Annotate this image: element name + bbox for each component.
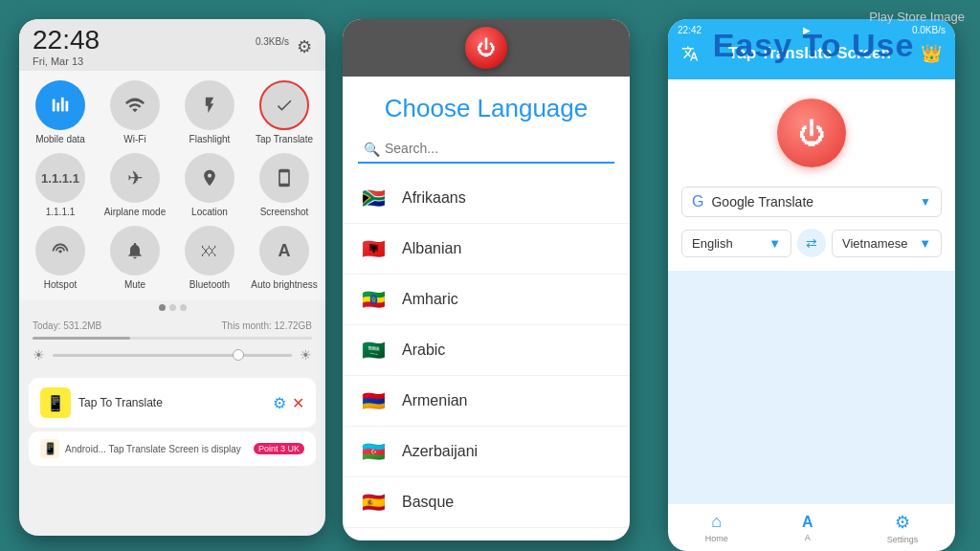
tile-tap-translate[interactable]: Tap Translate [251, 80, 318, 145]
mobile-data-icon [35, 80, 85, 130]
phone2-top: ⏻ [343, 19, 630, 77]
tile-bluetooth[interactable]: ⯵ Bluetooth [176, 226, 243, 291]
brightness-low-icon: ☀ [33, 347, 45, 363]
airplane-icon: ✈ [110, 153, 160, 203]
source-lang-arrow: ▼ [768, 236, 781, 251]
svg-rect-3 [66, 100, 69, 111]
target-lang-selector[interactable]: Vietnamese ▼ [832, 230, 942, 257]
language-search-input[interactable] [358, 135, 614, 164]
source-lang-label: English [692, 236, 733, 251]
dot-inactive1 [169, 304, 176, 311]
dot-inactive2 [180, 304, 187, 311]
home-label: Home [705, 534, 728, 543]
tile-1111-label: 1.1.1.1 [46, 207, 76, 218]
tile-1111[interactable]: 1.1.1.1 1.1.1.1 [27, 153, 94, 218]
power-button-red[interactable]: ⏻ [465, 27, 507, 69]
bottom-notif-icon: 📱 [40, 439, 59, 458]
tile-screenshot[interactable]: Screenshot [251, 153, 318, 218]
language-list: 🇿🇦 Afrikaans 🇦🇱 Albanian 🇪🇹 Amharic 🇸🇦 A… [343, 173, 630, 540]
gear-icon[interactable]: ⚙ [297, 36, 312, 57]
svg-rect-2 [61, 98, 64, 112]
hotspot-icon [35, 226, 85, 276]
notif-actions: ⚙ ✕ [273, 394, 304, 412]
phone1-date: Fri, Mar 13 [33, 55, 100, 67]
tile-location-label: Location [191, 207, 228, 218]
flashlight-icon [185, 80, 234, 130]
lang-amharic: Amharic [402, 291, 458, 308]
settings-icon: ⚙ [895, 512, 910, 533]
list-item[interactable]: 🇦🇱 Albanian [343, 224, 630, 275]
notif-gear-icon[interactable]: ⚙ [273, 394, 286, 412]
flag-arabic: 🇸🇦 [358, 335, 389, 365]
flag-amharic: 🇪🇹 [358, 284, 389, 315]
flag-azerbaijani: 🇦🇿 [358, 436, 389, 467]
list-item[interactable]: 🇧🇾 Belarusian [343, 528, 630, 540]
tile-screenshot-label: Screenshot [260, 207, 309, 218]
phone3-body: ⏻ G Google Translate ▼ English ▼ ⇄ Vietn… [668, 79, 955, 271]
tile-hotspot[interactable]: Hotspot [27, 226, 94, 291]
mute-icon [110, 226, 160, 276]
svg-rect-0 [53, 99, 56, 112]
lang-arabic: Arabic [402, 342, 445, 359]
tile-auto-brightness[interactable]: A Auto brightness [251, 226, 318, 291]
easy-to-use-label: Easy To Use [713, 27, 915, 63]
lang-afrikaans: Afrikaans [402, 189, 466, 207]
bottom-notification[interactable]: 📱 Android... Tap Translate Screen is dis… [29, 431, 316, 466]
list-item[interactable]: 🇪🇹 Amharic [343, 275, 630, 325]
phone3-screen: 22:42 ▶ 0.0KB/s Tap Translate Screen 👑 ⏻… [668, 19, 955, 540]
tile-wifi-label: Wi-Fi [123, 134, 145, 145]
lang-basque: Basque [402, 494, 454, 511]
phone1-screen: 22:48 Fri, Mar 13 0.3KB/s ⚙ Mobile data … [19, 19, 325, 536]
list-item[interactable]: 🇪🇸 Basque [343, 477, 630, 528]
tile-mute-label: Mute [124, 279, 145, 291]
notif-close-icon[interactable]: ✕ [292, 394, 304, 412]
location-icon [185, 153, 234, 203]
bottom-notif-text: Android... Tap Translate Screen is displ… [65, 444, 241, 454]
settings-label: Settings [887, 535, 919, 544]
wifi-icon [110, 80, 160, 130]
tile-mobile-data[interactable]: Mobile data [27, 80, 94, 145]
list-item[interactable]: 🇸🇦 Arabic [343, 325, 630, 376]
bluetooth-icon: ⯵ [185, 226, 234, 276]
power-button-wrap: ⏻ [681, 99, 942, 167]
nav-settings[interactable]: ⚙ Settings [887, 512, 919, 544]
phone1-time: 22:48 [33, 27, 100, 54]
target-lang-arrow: ▼ [919, 236, 931, 251]
list-item[interactable]: 🇿🇦 Afrikaans [343, 173, 630, 224]
list-item[interactable]: 🇦🇲 Armenian [343, 376, 630, 427]
flag-albanian: 🇦🇱 [358, 233, 389, 264]
phone1-status-bar: 22:48 Fri, Mar 13 0.3KB/s ⚙ [19, 19, 325, 71]
flag-armenian: 🇦🇲 [358, 386, 389, 416]
swap-languages-button[interactable]: ⇄ [797, 229, 826, 257]
translate-engine-name: Google Translate [711, 194, 912, 209]
notif-app-icon: 📱 [40, 387, 71, 418]
tile-mobile-data-label: Mobile data [35, 134, 85, 145]
brightness-slider[interactable] [53, 354, 292, 357]
tap-translate-notification[interactable]: 📱 Tap To Translate ⚙ ✕ [29, 378, 316, 428]
tile-bluetooth-label: Bluetooth [189, 279, 230, 291]
quick-tiles-grid: Mobile data Wi-Fi Flashlight Tap Transla… [19, 71, 325, 300]
target-lang-label: Vietnamese [842, 236, 907, 251]
tile-flashlight-label: Flashlight [189, 134, 231, 145]
tile-mute[interactable]: Mute [101, 226, 168, 291]
nav-home[interactable]: ⌂ Home [705, 512, 728, 543]
power-button-large[interactable]: ⏻ [777, 99, 846, 167]
phone3-bottom-nav: ⌂ Home A A ⚙ Settings [668, 503, 955, 551]
lang-armenian: Armenian [402, 392, 467, 409]
tile-location[interactable]: Location [176, 153, 243, 218]
nav-translate[interactable]: A A [802, 514, 813, 542]
notif-title: Tap To Translate [78, 396, 265, 409]
tile-auto-brightness-label: Auto brightness [251, 279, 318, 291]
phone1-status-icons: 0.3KB/s [256, 36, 289, 47]
choose-language-title: Choose Language [343, 77, 630, 135]
translate-engine-row[interactable]: G Google Translate ▼ [681, 187, 942, 217]
source-lang-selector[interactable]: English ▼ [681, 230, 791, 257]
translate-nav-icon: A [802, 514, 813, 531]
list-item[interactable]: 🇦🇿 Azerbaijani [343, 427, 630, 477]
tile-airplane[interactable]: ✈ Airplane mode [101, 153, 168, 218]
brightness-high-icon: ☀ [300, 347, 312, 363]
tile-hotspot-label: Hotspot [44, 279, 77, 291]
tile-flashlight[interactable]: Flashlight [176, 80, 243, 145]
brightness-row: ☀ ☀ [19, 340, 325, 370]
tile-wifi[interactable]: Wi-Fi [101, 80, 168, 145]
